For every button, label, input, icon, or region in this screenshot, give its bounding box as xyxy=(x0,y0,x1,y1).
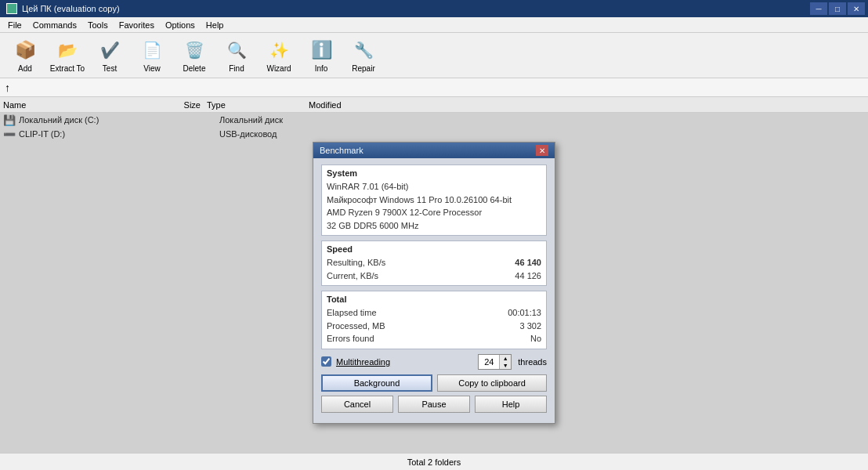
toolbar-delete-label: Delete xyxy=(183,64,206,73)
total-val-2: No xyxy=(530,332,541,345)
system-line-1: Майкрософт Windows 11 Pro 10.0.26100 64-… xyxy=(327,193,541,207)
toolbar-view[interactable]: 📄 View xyxy=(132,36,172,75)
dialog-body: System WinRAR 7.01 (64-bit) Майкрософт W… xyxy=(313,158,555,423)
toolbar-test-label: Test xyxy=(103,64,117,73)
multithreading-row: Multithreading ▲ ▼ threads xyxy=(321,354,547,370)
speed-title: Speed xyxy=(327,244,541,254)
pause-button[interactable]: Pause xyxy=(398,396,470,413)
header-size[interactable]: Size xyxy=(160,100,207,110)
total-val-1: 3 302 xyxy=(519,320,541,333)
threads-input[interactable] xyxy=(479,355,499,369)
toolbar-extract-label: Extract To xyxy=(50,64,85,73)
menu-bar: File Commands Tools Favorites Options He… xyxy=(0,17,868,33)
status-bar: Total 2 folders xyxy=(0,453,868,470)
system-line-2: AMD Ryzen 9 7900X 12-Core Processor xyxy=(327,206,541,219)
total-label-1: Processed, MB xyxy=(327,320,385,333)
speed-info-section: Speed Resulting, KB/s 46 140 Current, KB… xyxy=(321,240,547,286)
menu-tools[interactable]: Tools xyxy=(83,19,113,31)
system-info-section: System WinRAR 7.01 (64-bit) Майкрософт W… xyxy=(321,164,547,236)
benchmark-dialog: Benchmark ✕ System WinRAR 7.01 (64-bit) … xyxy=(313,142,555,424)
cancel-button[interactable]: Cancel xyxy=(321,396,393,413)
header-type[interactable]: Type xyxy=(207,100,309,110)
menu-favorites[interactable]: Favorites xyxy=(114,19,159,31)
threads-spinners: ▲ ▼ xyxy=(499,355,511,369)
file-list-header: Name Size Type Modified xyxy=(0,97,868,113)
speed-val-0: 46 140 xyxy=(515,256,541,269)
total-row-2: Errors found No xyxy=(327,332,541,345)
total-row-1: Processed, MB 3 302 xyxy=(327,320,541,333)
breadcrumb: ↑ xyxy=(0,78,868,97)
toolbar: 📦 Add 📂 Extract To ✔️ Test 📄 View 🗑️ Del… xyxy=(0,33,868,78)
toolbar-repair-label: Repair xyxy=(352,64,374,73)
header-modified[interactable]: Modified xyxy=(309,100,403,110)
toolbar-view-label: View xyxy=(143,64,161,73)
delete-icon: 🗑️ xyxy=(182,38,207,63)
toolbar-wizard-label: Wizard xyxy=(266,64,291,73)
threads-up-button[interactable]: ▲ xyxy=(500,355,511,362)
multithreading-checkbox[interactable] xyxy=(321,356,331,367)
toolbar-find-label: Find xyxy=(229,64,244,73)
test-icon: ✔️ xyxy=(97,38,122,63)
extract-icon: 📂 xyxy=(55,38,80,63)
close-button[interactable]: ✕ xyxy=(848,2,865,15)
dialog-button-row-1: Background Copy to clipboard xyxy=(321,374,547,392)
toolbar-extract[interactable]: 📂 Extract To xyxy=(47,36,88,75)
toolbar-delete[interactable]: 🗑️ Delete xyxy=(174,36,215,75)
wizard-icon: ✨ xyxy=(266,38,291,63)
speed-row-0: Resulting, KB/s 46 140 xyxy=(327,256,541,269)
dialog-title: Benchmark xyxy=(320,146,363,155)
view-icon: 📄 xyxy=(139,38,165,63)
toolbar-info-label: Info xyxy=(315,64,328,73)
main-area: 💾 Локальний диск (C:) Локальний диск ➖ C… xyxy=(0,113,868,453)
total-row-0: Elapsed time 00:01:13 xyxy=(327,306,541,320)
threads-label: threads xyxy=(518,357,547,367)
toolbar-wizard[interactable]: ✨ Wizard xyxy=(259,36,299,75)
app-icon xyxy=(6,3,17,14)
minimize-button[interactable]: ─ xyxy=(810,2,827,15)
title-bar-title: Цей ПК (evaluation copy) xyxy=(6,3,120,14)
total-val-0: 00:01:13 xyxy=(508,306,541,320)
status-text: Total 2 folders xyxy=(407,457,461,467)
toolbar-add[interactable]: 📦 Add xyxy=(5,36,45,75)
repair-icon: 🔧 xyxy=(351,38,376,63)
title-bar-controls: ─ □ ✕ xyxy=(810,2,865,15)
title-bar-text: Цей ПК (evaluation copy) xyxy=(22,4,120,13)
dialog-close-button[interactable]: ✕ xyxy=(536,145,548,156)
threads-group: ▲ ▼ xyxy=(478,354,512,370)
add-icon: 📦 xyxy=(13,38,38,63)
threads-down-button[interactable]: ▼ xyxy=(500,362,511,369)
info-icon: ℹ️ xyxy=(309,38,334,63)
header-name[interactable]: Name xyxy=(3,100,160,110)
maximize-button[interactable]: □ xyxy=(829,2,846,15)
find-icon: 🔍 xyxy=(224,38,249,63)
speed-row-1: Current, KB/s 44 126 xyxy=(327,269,541,283)
total-label-2: Errors found xyxy=(327,332,374,345)
toolbar-find[interactable]: 🔍 Find xyxy=(216,36,257,75)
speed-label-1: Current, KB/s xyxy=(327,269,378,283)
toolbar-add-label: Add xyxy=(18,64,32,73)
toolbar-test[interactable]: ✔️ Test xyxy=(89,36,130,75)
menu-options[interactable]: Options xyxy=(161,19,200,31)
background-button[interactable]: Background xyxy=(321,374,432,392)
menu-help[interactable]: Help xyxy=(201,19,229,31)
total-info-section: Total Elapsed time 00:01:13 Processed, M… xyxy=(321,291,547,349)
speed-label-0: Resulting, KB/s xyxy=(327,256,385,269)
speed-val-1: 44 126 xyxy=(515,269,541,283)
total-label-0: Elapsed time xyxy=(327,306,377,320)
title-bar: Цей ПК (evaluation copy) ─ □ ✕ xyxy=(0,0,868,17)
system-title: System xyxy=(327,168,541,178)
system-line-3: 32 GB DDR5 6000 MHz xyxy=(327,219,541,233)
menu-file[interactable]: File xyxy=(3,19,27,31)
modal-overlay: Benchmark ✕ System WinRAR 7.01 (64-bit) … xyxy=(0,113,868,453)
dialog-title-bar: Benchmark ✕ xyxy=(313,143,555,158)
menu-commands[interactable]: Commands xyxy=(28,19,81,31)
dialog-button-row-2: Cancel Pause Help xyxy=(321,396,547,413)
copy-clipboard-button[interactable]: Copy to clipboard xyxy=(437,374,547,392)
up-icon[interactable]: ↑ xyxy=(5,81,10,94)
toolbar-repair[interactable]: 🔧 Repair xyxy=(343,36,384,75)
help-button[interactable]: Help xyxy=(475,396,547,413)
system-line-0: WinRAR 7.01 (64-bit) xyxy=(327,180,541,193)
toolbar-info[interactable]: ℹ️ Info xyxy=(301,36,342,75)
multithreading-label[interactable]: Multithreading xyxy=(336,357,390,367)
total-title: Total xyxy=(327,295,541,304)
